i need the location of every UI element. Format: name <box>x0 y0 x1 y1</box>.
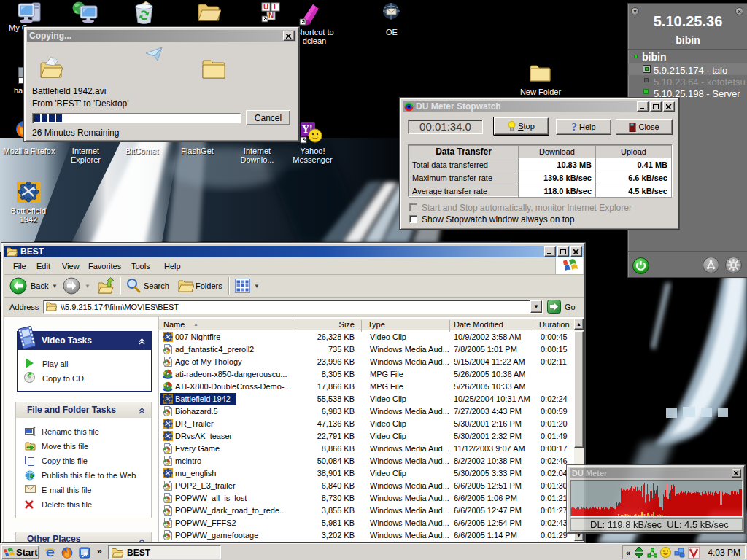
svg-text:U: U <box>263 3 268 11</box>
svg-text:N: N <box>268 12 274 20</box>
svg-text:I: I <box>274 3 276 11</box>
